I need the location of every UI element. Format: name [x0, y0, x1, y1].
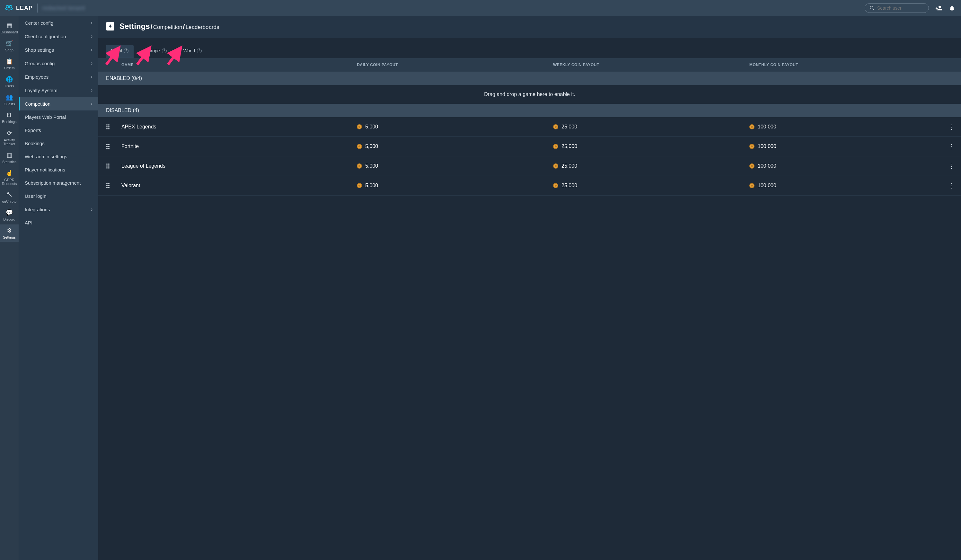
cell-weekly: 25,000 [549, 163, 746, 169]
rail-item-users[interactable]: 🌐 Users [0, 73, 19, 91]
rail-item-gdpr[interactable]: ☝ GDPR Requests [0, 167, 19, 188]
coin-icon [749, 144, 754, 149]
rail-item-bookings[interactable]: 🗓 Bookings [0, 109, 19, 126]
help-icon[interactable]: ? [124, 48, 129, 53]
gdpr-icon: ☝ [6, 170, 13, 177]
svg-point-14 [108, 144, 109, 145]
breadcrumb: Settings / Competition / Leaderboards [119, 22, 219, 31]
drag-handle-icon[interactable] [98, 144, 117, 149]
scope-tabs: Local ? Europe ? World ? [98, 38, 961, 58]
row-more-button[interactable]: ⋮ [942, 162, 961, 170]
svg-point-9 [106, 126, 108, 127]
rail-item-activity[interactable]: ⟳ Activity Tracker [0, 127, 19, 148]
row-more-button[interactable]: ⋮ [942, 143, 961, 150]
tab-europe[interactable]: Europe ? [140, 45, 172, 58]
tab-label: World [183, 48, 195, 53]
svg-point-0 [6, 5, 9, 8]
enabled-empty-hint[interactable]: Drag and drop a game here to enable it. [98, 85, 961, 104]
chevron-right-icon: › [91, 101, 93, 107]
search-input[interactable] [877, 5, 924, 11]
svg-point-12 [108, 128, 109, 129]
sidebar-item-player-notifications[interactable]: Player notifications [19, 163, 98, 176]
sidebar-item-subscription-management[interactable]: Subscription management [19, 176, 98, 189]
cell-weekly: 25,000 [549, 144, 746, 149]
drag-handle-icon[interactable] [98, 124, 117, 130]
sidebar-item-loyalty-system[interactable]: Loyalty System› [19, 83, 98, 97]
cell-monthly: 100,000 [746, 144, 942, 149]
notifications-button[interactable] [949, 5, 955, 11]
add-user-button[interactable] [935, 5, 942, 11]
sidebar-item-employees[interactable]: Employees› [19, 70, 98, 83]
cell-game: Fortnite [117, 144, 353, 149]
help-icon[interactable]: ? [162, 48, 167, 53]
svg-point-2 [870, 6, 873, 9]
rail-label: Guests [4, 102, 15, 106]
cell-daily: 5,000 [353, 163, 549, 169]
sidebar-item-user-login[interactable]: User login [19, 189, 98, 203]
tab-world[interactable]: World ? [178, 45, 207, 58]
rail-item-guests[interactable]: 👥 Guests [0, 91, 19, 109]
chevron-right-icon: › [91, 207, 93, 212]
rail-label: ggCrypto [2, 199, 17, 203]
sidebar-item-bookings[interactable]: Bookings [19, 137, 98, 150]
chevron-right-icon: › [91, 20, 93, 26]
sidebar-item-shop-settings[interactable]: Shop settings› [19, 43, 98, 56]
rail-item-orders[interactable]: 📋 Orders [0, 55, 19, 72]
sidebar-item-label: Loyalty System [25, 88, 58, 93]
discord-icon: 💬 [6, 209, 13, 216]
nav-rail: ▦ Dashboard🛒 Shop📋 Orders🌐 Users👥 Guests… [0, 16, 19, 560]
sidebar-item-groups-config[interactable]: Groups config› [19, 56, 98, 70]
row-more-button[interactable]: ⋮ [942, 123, 961, 131]
drag-handle-icon[interactable] [98, 163, 117, 169]
tab-local[interactable]: Local ? [106, 45, 133, 58]
svg-point-13 [106, 144, 108, 145]
rail-item-discord[interactable]: 💬 Discord [0, 207, 19, 224]
coin-icon [553, 124, 558, 129]
svg-point-29 [106, 187, 108, 188]
sidebar-item-web-admin-settings[interactable]: Web-admin settings [19, 150, 98, 163]
svg-line-3 [873, 9, 874, 10]
svg-point-28 [108, 185, 109, 186]
sidebar-item-exports[interactable]: Exports [19, 124, 98, 137]
rail-label: GDPR Requests [1, 178, 18, 186]
rail-item-shop[interactable]: 🛒 Shop [0, 37, 19, 55]
guests-icon: 👥 [6, 94, 13, 101]
sidebar-item-client-configuration[interactable]: Client configuration› [19, 29, 98, 43]
sidebar-item-api[interactable]: API [19, 216, 98, 229]
rail-item-statistics[interactable]: ▥ Statistics [0, 149, 19, 166]
chevron-right-icon: › [91, 87, 93, 93]
cell-weekly: 25,000 [549, 124, 746, 130]
drag-handle-icon[interactable] [98, 183, 117, 188]
sidebar-item-players-web-portal[interactable]: Players Web Portal [19, 111, 98, 124]
rail-label: Orders [4, 66, 15, 70]
brand-mark-icon [5, 4, 13, 12]
cell-monthly: 100,000 [746, 163, 942, 169]
chevron-right-icon: › [91, 47, 93, 53]
sidebar-item-integrations[interactable]: Integrations› [19, 203, 98, 216]
rail-item-settings[interactable]: ⚙ Settings [0, 225, 19, 242]
help-icon[interactable]: ? [197, 48, 202, 53]
row-more-button[interactable]: ⋮ [942, 182, 961, 189]
svg-point-27 [106, 185, 108, 186]
sidebar-item-center-config[interactable]: Center config› [19, 16, 98, 29]
col-monthly: MONTHLY COIN PAYOUT [746, 63, 942, 67]
coin-icon [553, 164, 558, 168]
cell-game: Valorant [117, 183, 353, 188]
cell-game: League of Legends [117, 163, 353, 169]
bookings-icon: 🗓 [6, 112, 12, 119]
rail-label: Discord [3, 217, 15, 221]
coin-icon [749, 124, 754, 129]
sidebar-item-label: Groups config [25, 61, 55, 66]
topbar: LEAP redacted tenant [0, 0, 961, 16]
rail-item-dashboard[interactable]: ▦ Dashboard [0, 19, 19, 37]
rail-label: Bookings [2, 120, 16, 124]
svg-point-24 [108, 167, 109, 168]
sidebar-item-competition[interactable]: Competition› [19, 97, 98, 111]
dashboard-icon: ▦ [7, 22, 12, 29]
settings-sidebar: Center config›Client configuration›Shop … [19, 16, 98, 560]
sidebar-item-label: User login [25, 193, 47, 199]
rail-item-ggcrypto[interactable]: ⛏ ggCrypto [0, 189, 19, 206]
rail-label: Settings [3, 235, 16, 239]
breadcrumb-sep: / [183, 22, 185, 31]
search-user[interactable] [865, 3, 929, 13]
